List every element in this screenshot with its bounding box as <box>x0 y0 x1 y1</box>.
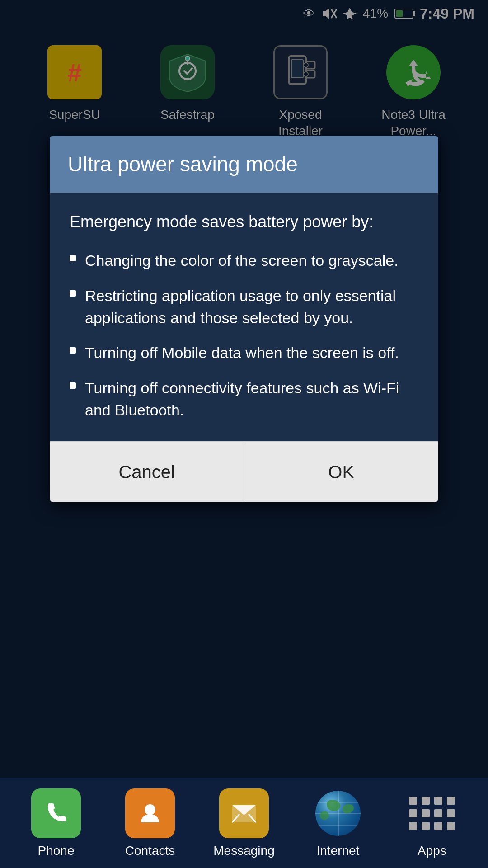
apps-grid-dot <box>409 809 417 817</box>
cancel-button[interactable]: Cancel <box>50 442 244 502</box>
bullet-text-1: Changing the color of the screen to gray… <box>85 250 399 272</box>
svg-point-10 <box>145 804 155 815</box>
bullet-4 <box>70 382 76 389</box>
nav-item-apps[interactable]: Apps <box>391 788 473 858</box>
phone-icon <box>31 788 81 838</box>
apps-grid-dot <box>434 797 442 805</box>
bullet-3 <box>70 347 76 354</box>
bullet-1 <box>70 255 76 261</box>
apps-icon <box>407 788 457 838</box>
dialog-title-bar: Ultra power saving mode <box>50 136 438 193</box>
ultra-power-dialog: Ultra power saving mode Emergency mode s… <box>50 136 438 502</box>
apps-grid-dot <box>409 822 417 830</box>
apps-grid-dot <box>422 797 430 805</box>
bullet-text-4: Turning off connectivity features such a… <box>85 377 418 422</box>
nav-item-phone[interactable]: Phone <box>15 788 97 858</box>
dialog-title-text: Ultra power saving mode <box>68 152 420 176</box>
apps-grid-dot <box>434 809 442 817</box>
apps-grid-dot <box>447 797 455 805</box>
nav-label-phone: Phone <box>38 844 75 858</box>
apps-grid-dot <box>434 822 442 830</box>
apps-grid-dot <box>409 797 417 805</box>
dialog-bullet-list: Changing the color of the screen to gray… <box>70 250 418 421</box>
apps-grid-dot <box>422 809 430 817</box>
bullet-text-3: Turning off Mobile data when the screen … <box>85 342 399 364</box>
nav-item-messaging[interactable]: Messaging <box>203 788 285 858</box>
bullet-item-3: Turning off Mobile data when the screen … <box>70 342 418 364</box>
messaging-icon <box>219 788 269 838</box>
bullet-item-1: Changing the color of the screen to gray… <box>70 250 418 272</box>
nav-label-messaging: Messaging <box>213 844 274 858</box>
bottom-navigation: Phone Contacts Messaging <box>0 778 488 868</box>
apps-grid-dot <box>447 809 455 817</box>
dialog-buttons: Cancel OK <box>50 441 438 502</box>
nav-item-internet[interactable]: Internet <box>297 788 379 858</box>
dialog-intro-text: Emergency mode saves battery power by: <box>70 211 418 233</box>
bullet-text-2: Restricting application usage to only es… <box>85 285 418 330</box>
bullet-item-2: Restricting application usage to only es… <box>70 285 418 330</box>
dialog-overlay: Ultra power saving mode Emergency mode s… <box>0 0 488 868</box>
nav-label-contacts: Contacts <box>125 844 175 858</box>
apps-grid-dot <box>422 822 430 830</box>
nav-item-contacts[interactable]: Contacts <box>109 788 191 858</box>
apps-grid-dot <box>447 822 455 830</box>
nav-label-internet: Internet <box>317 844 360 858</box>
ok-button[interactable]: OK <box>244 442 439 502</box>
dialog-body: Emergency mode saves battery power by: C… <box>50 193 438 441</box>
nav-label-apps: Apps <box>418 844 446 858</box>
internet-icon <box>313 788 363 838</box>
bullet-item-4: Turning off connectivity features such a… <box>70 377 418 422</box>
bullet-2 <box>70 290 76 297</box>
contacts-icon <box>125 788 175 838</box>
